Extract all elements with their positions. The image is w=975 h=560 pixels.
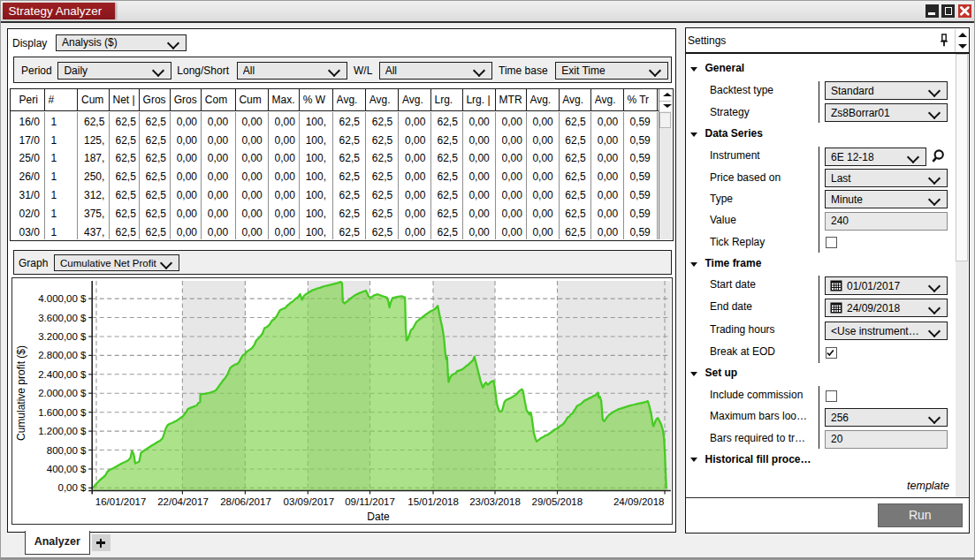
svg-text:24/09/2018: 24/09/2018: [613, 496, 665, 507]
svg-text:1.200,00 $: 1.200,00 $: [38, 426, 87, 436]
svg-text:16/01/2017: 16/01/2017: [95, 496, 147, 507]
svg-text:Cumulative profit ($): Cumulative profit ($): [15, 345, 27, 441]
svg-text:3.600,00 $: 3.600,00 $: [38, 313, 87, 323]
svg-text:2.800,00 $: 2.800,00 $: [38, 350, 87, 360]
svg-text:2.000,00 $: 2.000,00 $: [38, 388, 87, 398]
svg-text:2.400,00 $: 2.400,00 $: [38, 369, 87, 380]
svg-text:22/04/2017: 22/04/2017: [157, 496, 209, 507]
svg-text:800,00 $: 800,00 $: [47, 445, 87, 456]
svg-text:15/01/2018: 15/01/2018: [408, 496, 459, 507]
svg-text:Date: Date: [367, 511, 390, 523]
svg-text:1.600,00 $: 1.600,00 $: [38, 407, 87, 418]
svg-text:28/06/2017: 28/06/2017: [220, 496, 271, 507]
svg-text:29/05/2018: 29/05/2018: [532, 496, 583, 507]
svg-text:3.200,00 $: 3.200,00 $: [38, 331, 87, 342]
svg-text:03/09/2017: 03/09/2017: [284, 496, 335, 507]
svg-text:4.000,00 $: 4.000,00 $: [38, 293, 87, 304]
svg-text:09/11/2017: 09/11/2017: [345, 496, 395, 507]
svg-text:23/03/2018: 23/03/2018: [469, 496, 521, 507]
svg-text:400,00 $: 400,00 $: [47, 464, 87, 474]
svg-text:0,00 $: 0,00 $: [58, 482, 88, 493]
